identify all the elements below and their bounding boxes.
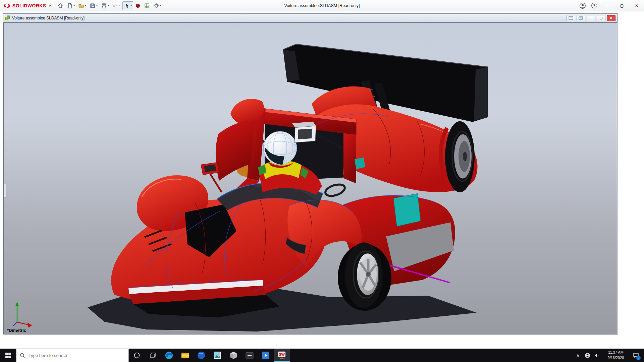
document-window: Voiture assomblee.SLDASM [Read-only] ─ ▢… (3, 13, 618, 335)
caret-down-icon[interactable]: ▾ (160, 4, 161, 7)
taskbar-app-photos[interactable] (209, 349, 225, 362)
edge-browser-icon (165, 351, 173, 360)
document-close-button[interactable]: ✕ (607, 15, 615, 21)
close-button[interactable]: ✕ (629, 0, 644, 11)
dassault-logo-icon (3, 3, 11, 8)
network-globe-icon (585, 353, 590, 358)
action-center-button[interactable]: 2 (630, 349, 642, 362)
new-document-button[interactable]: ▾ (65, 1, 76, 10)
orientation-triad[interactable] (13, 302, 32, 327)
select-arrow-icon (124, 3, 130, 9)
task-view-icon (150, 352, 156, 359)
volume-button[interactable] (592, 349, 601, 362)
taskbar-app-media[interactable] (241, 349, 258, 362)
windows-taskbar: SW 2020 ∧ 11:37 AM (0, 349, 644, 362)
featuremanager-collapsed-tab[interactable] (4, 184, 6, 198)
assembly-document-icon (5, 15, 10, 20)
tray-overflow-button[interactable]: ∧ (573, 349, 583, 362)
clock-date: 9/16/2020 (608, 355, 624, 361)
movies-tv-icon (261, 351, 270, 360)
caret-down-icon[interactable]: ▾ (119, 4, 120, 7)
options-button[interactable]: ▾ (152, 1, 163, 10)
save-button[interactable]: ▾ (88, 1, 99, 10)
network-button[interactable] (583, 349, 592, 362)
help-icon: ? (591, 3, 597, 8)
new-document-icon (67, 3, 73, 9)
help-button[interactable]: ? (588, 0, 600, 11)
clock-time: 11:37 AM (608, 350, 624, 355)
taskbar-app-movies-tv[interactable] (258, 349, 274, 362)
caret-down-icon[interactable]: ▾ (96, 4, 98, 7)
graphics-viewport[interactable]: *Dimetric (3, 22, 617, 335)
solidworks-logo: SOLIDWORKS (3, 3, 46, 8)
solidworks-application: SOLIDWORKS ▸ ▾ ▾ ▾ ▾ (0, 0, 644, 362)
open-button[interactable]: ▾ (77, 1, 88, 10)
new-window-button[interactable] (567, 15, 575, 21)
speaker-icon (594, 353, 600, 358)
titlebar-right-controls: ? ─ ▢ ✕ (577, 0, 644, 11)
media-app-icon (245, 351, 254, 360)
view-orientation-label: *Dimetric (7, 328, 26, 333)
race-car-3d-model[interactable] (4, 23, 617, 334)
taskbar-app-file-explorer[interactable] (177, 349, 193, 362)
windows-logo-icon (5, 353, 11, 358)
print-button[interactable]: ▾ (100, 1, 110, 10)
design-table-icon (144, 3, 150, 9)
save-icon (90, 3, 96, 9)
brand-text: SOLIDWORKS (12, 3, 46, 8)
rear-wheel[interactable] (441, 121, 475, 192)
caret-down-icon[interactable]: ▾ (130, 4, 132, 7)
toolbar-expand-chevron[interactable]: ▸ (49, 3, 51, 8)
minimize-button[interactable]: ─ (600, 0, 614, 11)
open-folder-icon (78, 3, 84, 9)
caret-down-icon[interactable]: ▾ (73, 4, 75, 7)
maximize-button[interactable]: ▢ (614, 0, 629, 11)
record-button[interactable] (134, 1, 142, 10)
taskbar-app-solidworks[interactable]: SW 2020 (274, 349, 290, 362)
undo-icon (112, 3, 118, 9)
search-icon (20, 353, 25, 358)
photos-icon (213, 351, 222, 360)
design-table-button[interactable] (143, 1, 151, 10)
3d-viewer-icon (229, 351, 238, 360)
document-minimize-button[interactable]: ─ (587, 15, 595, 21)
window-icon (569, 16, 573, 20)
cortana-icon (133, 352, 140, 359)
solidworks-monogram: SW (279, 352, 285, 356)
document-title: Voiture assomblee.SLDASM [Read-only] (12, 16, 85, 20)
taskbar-app-edge[interactable] (161, 349, 177, 362)
system-tray: ∧ 11:37 AM 9/16/2020 (573, 349, 644, 362)
taskbar-clock[interactable]: 11:37 AM 9/16/2020 (601, 350, 630, 361)
undo-button[interactable]: ▾ (111, 1, 122, 10)
caret-down-icon[interactable]: ▾ (108, 4, 109, 7)
taskbar-app-3d-viewer[interactable] (225, 349, 241, 362)
user-icon (579, 2, 586, 9)
cascade-windows-icon (579, 16, 583, 20)
file-explorer-icon (181, 351, 190, 360)
options-gear-icon (153, 3, 159, 9)
notification-badge: 2 (636, 356, 641, 360)
browser-icon (197, 351, 206, 360)
taskbar-search[interactable] (16, 349, 129, 362)
search-input[interactable] (16, 349, 128, 362)
caret-down-icon[interactable]: ▾ (85, 4, 86, 7)
task-view-button[interactable] (145, 349, 161, 362)
record-red-dot-icon (135, 3, 141, 8)
print-icon (101, 3, 107, 9)
application-titlebar: SOLIDWORKS ▸ ▾ ▾ ▾ ▾ (0, 0, 644, 11)
document-maximize-button[interactable]: ▢ (597, 15, 605, 21)
solidworks-app-icon: SW (278, 351, 286, 357)
document-titlebar[interactable]: Voiture assomblee.SLDASM [Read-only] ─ ▢… (3, 14, 618, 22)
document-window-controls: ─ ▢ ✕ (567, 15, 615, 21)
account-button[interactable] (577, 0, 588, 11)
cortana-button[interactable] (129, 349, 145, 362)
home-icon (57, 3, 63, 9)
start-button[interactable] (0, 349, 16, 362)
solidworks-taskbar-icon: SW 2020 (278, 351, 286, 360)
select-tool-button[interactable]: ▾ (122, 1, 133, 10)
solidworks-year-label: 2020 (279, 357, 284, 360)
rearview-mirror-pod[interactable] (292, 122, 316, 143)
taskbar-app-browser[interactable] (193, 349, 209, 362)
home-button[interactable] (56, 1, 65, 10)
cascade-windows-button[interactable] (577, 15, 585, 21)
